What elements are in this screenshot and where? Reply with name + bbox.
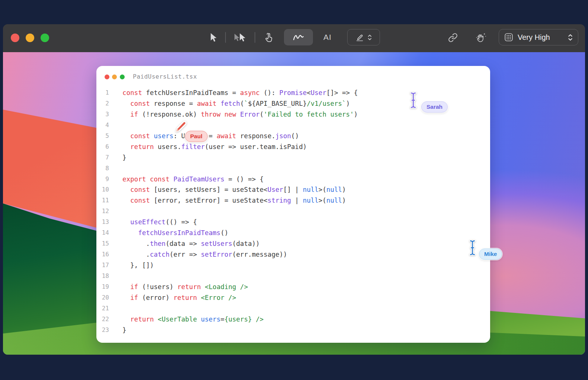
code-token: | xyxy=(291,197,303,204)
text-tool-button[interactable]: AI xyxy=(320,32,335,42)
code-token: (err => xyxy=(169,251,201,258)
code-text: return users.filter(user => user.team.is… xyxy=(122,142,307,152)
code-token: ) xyxy=(342,197,346,204)
quality-selector[interactable]: Very High xyxy=(499,29,578,45)
code-line: 10 const [users, setUsers] = useState<Us… xyxy=(96,184,490,195)
close-button[interactable] xyxy=(11,34,19,42)
code-token: response = xyxy=(150,100,197,107)
code-lines: 1const fetchUsersInPaidTeams = async ():… xyxy=(96,88,490,336)
code-token: fetchUsersInPaidTeams = xyxy=(142,89,240,96)
pointer-tool-button[interactable] xyxy=(210,32,217,42)
code-token: ) xyxy=(346,100,350,107)
code-line: 15 .then(data => setUsers(data)) xyxy=(96,238,490,249)
multi-pointer-tool-button[interactable] xyxy=(234,32,246,42)
code-text: .catch(err => setError(err.message)) xyxy=(122,249,287,260)
code-token: setError xyxy=(201,251,232,258)
line-number: 20 xyxy=(96,292,109,303)
zoom-button[interactable] xyxy=(41,34,49,42)
line-number: 16 xyxy=(96,249,109,260)
code-token: return xyxy=(130,143,154,151)
minimize-button[interactable] xyxy=(26,34,34,42)
link-icon xyxy=(448,33,458,42)
code-token xyxy=(236,111,240,118)
code-text: const [error, setError] = useState<strin… xyxy=(122,195,346,206)
code-token: async xyxy=(240,89,260,96)
code-token: [users, setUsers] = useState< xyxy=(150,186,268,193)
code-line: 7} xyxy=(96,152,490,163)
scribble-pen-icon xyxy=(293,33,304,42)
code-token: return xyxy=(178,283,201,291)
copy-link-button[interactable] xyxy=(448,32,458,42)
code-token xyxy=(201,283,205,291)
code-token: users. xyxy=(154,143,181,151)
stroke-width-selector[interactable] xyxy=(347,29,380,45)
code-token: = xyxy=(220,316,224,323)
code-line: 21 xyxy=(96,303,490,314)
line-number: 11 xyxy=(96,195,109,206)
code-token: () xyxy=(291,132,299,140)
code-token xyxy=(197,316,201,323)
code-token: if xyxy=(130,111,138,118)
code-token: throw xyxy=(201,111,221,118)
code-token xyxy=(154,316,158,323)
code-token: null xyxy=(303,197,319,204)
sarah-name-badge: Sarah xyxy=(421,101,448,113)
code-token: json xyxy=(275,132,291,140)
code-token: null xyxy=(326,197,342,204)
line-number: 22 xyxy=(96,314,109,325)
collaborator-name: Mike xyxy=(484,251,497,257)
line-number: 19 xyxy=(96,282,109,292)
code-text: } xyxy=(122,152,127,163)
code-token xyxy=(150,132,154,140)
code-token xyxy=(122,218,130,226)
code-token: = () => { xyxy=(224,175,263,183)
code-token: (!response.ok) xyxy=(138,111,201,118)
code-token: 'Failed to fetch users' xyxy=(263,111,354,118)
code-token: . xyxy=(122,240,150,247)
line-number: 1 xyxy=(96,88,109,98)
code-text: const response = await fetch(`${API_BASE… xyxy=(122,98,350,109)
editor-minimize-button[interactable] xyxy=(112,75,117,79)
grid-icon xyxy=(504,32,514,42)
editor-zoom-button[interactable] xyxy=(120,75,125,79)
code-token: PaidTeamUsers xyxy=(173,175,224,183)
code-text: .then(data => setUsers(data)) xyxy=(122,238,260,249)
code-token: (!users) xyxy=(138,283,177,291)
code-token: (() => { xyxy=(166,218,197,226)
app-titlebar[interactable]: AI xyxy=(3,24,585,52)
code-token: Promise xyxy=(279,89,307,96)
code-token xyxy=(169,175,173,183)
editor-close-button[interactable] xyxy=(105,75,109,79)
code-token xyxy=(197,294,201,301)
wave-reaction-button[interactable] xyxy=(475,32,486,43)
mike-text-cursor xyxy=(469,240,476,257)
code-token: setUsers xyxy=(201,240,232,247)
multi-pointer-icon xyxy=(234,33,246,42)
code-line: 22 return <UserTable users={users} /> xyxy=(96,314,490,325)
quality-value: Very High xyxy=(518,33,563,42)
line-number: 7 xyxy=(96,152,109,163)
line-number: 21 xyxy=(96,303,109,314)
hand-tool-button[interactable] xyxy=(263,32,274,43)
mike-name-badge: Mike xyxy=(479,248,502,260)
code-token: {users} /> xyxy=(224,316,263,323)
code-token: (data => xyxy=(166,240,201,247)
code-editor[interactable]: 1const fetchUsersInPaidTeams = async ():… xyxy=(96,88,490,338)
code-token: <UserTable xyxy=(158,316,197,323)
code-token: <Loading /> xyxy=(205,283,248,291)
chevron-up-down-icon xyxy=(367,34,372,41)
draw-tool-button[interactable] xyxy=(284,29,313,45)
code-token: response. xyxy=(236,132,275,140)
code-token: (user => user.team.isPaid) xyxy=(205,143,307,151)
code-token xyxy=(122,100,130,107)
code-text: const [users, setUsers] = useState<User[… xyxy=(122,184,346,195)
line-number: 13 xyxy=(96,217,109,228)
code-token: ) xyxy=(342,186,346,193)
code-token: }, []) xyxy=(122,262,154,269)
code-token xyxy=(122,294,130,301)
code-line: 5 const users: U = await response.json() xyxy=(96,131,490,142)
code-token: if xyxy=(130,283,138,291)
line-number: 2 xyxy=(96,98,109,109)
code-text: if (!response.ok) throw new Error('Faile… xyxy=(122,109,358,120)
code-token xyxy=(122,186,130,193)
